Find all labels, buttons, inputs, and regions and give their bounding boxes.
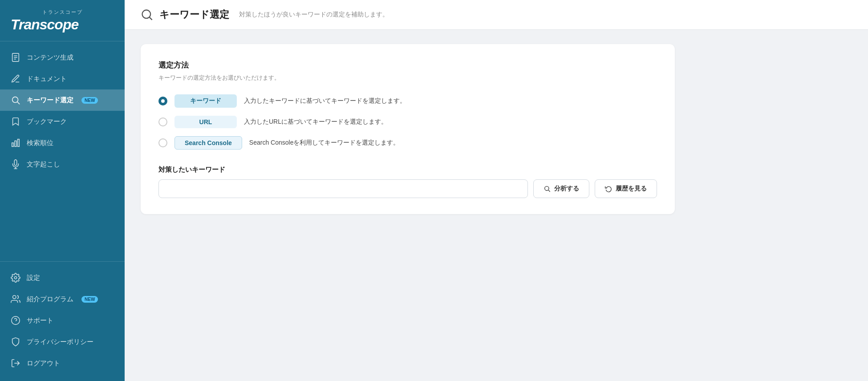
svg-rect-8 <box>18 139 20 147</box>
svg-rect-7 <box>15 141 16 146</box>
svg-point-18 <box>545 186 549 190</box>
main-nav: コンテンツ生成 ドキュメント キーワード選定 NEW ブックマーク <box>0 41 125 261</box>
chart-icon <box>11 138 20 148</box>
sidebar-item-content[interactable]: コンテンツ生成 <box>0 47 125 68</box>
sidebar-item-support[interactable]: サポート <box>0 310 125 331</box>
main-card: 選定方法 キーワードの選定方法をお選びいただけます。 キーワード 入力したキーワ… <box>141 44 675 214</box>
sidebar-item-transcribe[interactable]: 文字起こし <box>0 154 125 175</box>
logo-area: トランスコープ Transcope <box>0 0 125 41</box>
input-label: 対策したいキーワード <box>158 166 657 174</box>
sidebar-item-document[interactable]: ドキュメント <box>0 68 125 89</box>
radio-desc-url: 入力したURLに基づいてキーワードを選定します。 <box>244 118 387 126</box>
section-description: キーワードの選定方法をお選びいただけます。 <box>158 74 657 82</box>
svg-point-4 <box>12 97 18 103</box>
section-title: 選定方法 <box>158 60 657 70</box>
mic-icon <box>11 159 20 169</box>
page-subtitle: 対策したほうが良いキーワードの選定を補助します。 <box>239 11 389 19</box>
svg-line-5 <box>17 102 20 104</box>
sidebar-item-label: キーワード選定 <box>27 96 73 105</box>
sidebar-item-label: 紹介プログラム <box>27 295 73 304</box>
referral-new-badge: NEW <box>81 296 98 303</box>
main-content: キーワード選定 対策したほうが良いキーワードの選定を補助します。 選定方法 キー… <box>125 0 868 381</box>
logout-icon <box>11 358 20 368</box>
svg-line-19 <box>548 190 550 192</box>
radio-tag-keyword: キーワード <box>174 94 237 108</box>
analyze-button[interactable]: 分析する <box>533 179 589 198</box>
sidebar-item-label: ログアウト <box>27 359 60 368</box>
input-row: 分析する 履歴を見る <box>158 179 657 198</box>
radio-circle-url <box>158 118 167 126</box>
radio-option-url[interactable]: URL 入力したURLに基づいてキーワードを選定します。 <box>158 116 657 128</box>
search-circle-icon <box>11 95 20 105</box>
radio-desc-keyword: 入力したキーワードに基づいてキーワードを選定します。 <box>244 97 406 105</box>
svg-point-11 <box>14 276 17 279</box>
radio-tag-console: Search Console <box>174 136 242 150</box>
keyword-input[interactable] <box>158 179 528 198</box>
radio-circle-console <box>158 138 167 147</box>
gear-icon <box>11 273 20 283</box>
sidebar: トランスコープ Transcope コンテンツ生成 ドキュメント キーワード選定… <box>0 0 125 381</box>
sidebar-item-referral[interactable]: 紹介プログラム NEW <box>0 288 125 310</box>
history-button[interactable]: 履歴を見る <box>595 179 657 198</box>
sidebar-item-label: 設定 <box>27 274 40 282</box>
edit-icon <box>11 74 20 84</box>
sidebar-item-label: ドキュメント <box>27 75 67 83</box>
sidebar-item-label: 文字起こし <box>27 160 60 169</box>
radio-option-keyword[interactable]: キーワード 入力したキーワードに基づいてキーワードを選定します。 <box>158 94 657 108</box>
sidebar-item-logout[interactable]: ログアウト <box>0 353 125 374</box>
sidebar-item-ranking[interactable]: 検索順位 <box>0 132 125 154</box>
radio-option-console[interactable]: Search Console Search Consoleを利用してキーワードを… <box>158 136 657 150</box>
svg-point-13 <box>12 316 20 324</box>
radio-desc-console: Search Consoleを利用してキーワードを選定します。 <box>249 139 400 147</box>
bottom-nav: 設定 紹介プログラム NEW サポート プライバシーポリシー <box>0 261 125 381</box>
analyze-button-label: 分析する <box>554 185 579 193</box>
sidebar-item-label: 検索順位 <box>27 139 53 147</box>
document-icon <box>11 53 20 62</box>
radio-tag-url: URL <box>174 116 237 128</box>
sidebar-item-privacy[interactable]: プライバシーポリシー <box>0 331 125 353</box>
help-icon <box>11 316 20 325</box>
bookmark-icon <box>11 117 20 126</box>
svg-point-16 <box>142 10 151 19</box>
people-icon <box>11 294 20 304</box>
page-header: キーワード選定 対策したほうが良いキーワードの選定を補助します。 <box>125 0 868 30</box>
sidebar-item-label: コンテンツ生成 <box>27 53 73 62</box>
svg-point-12 <box>13 296 16 299</box>
sidebar-item-bookmark[interactable]: ブックマーク <box>0 111 125 132</box>
history-icon <box>605 185 612 192</box>
history-button-label: 履歴を見る <box>616 185 647 193</box>
method-radio-group: キーワード 入力したキーワードに基づいてキーワードを選定します。 URL 入力し… <box>158 94 657 150</box>
sidebar-item-settings[interactable]: 設定 <box>0 267 125 288</box>
logo-subtitle: トランスコープ <box>11 9 114 16</box>
sidebar-item-keyword[interactable]: キーワード選定 NEW <box>0 89 125 111</box>
radio-circle-keyword <box>158 97 167 105</box>
sidebar-item-label: ブックマーク <box>27 118 67 126</box>
search-icon <box>544 185 551 192</box>
svg-line-17 <box>150 17 152 20</box>
new-badge: NEW <box>81 97 98 104</box>
page-title: キーワード選定 <box>159 8 229 21</box>
logo-main: Transcope <box>11 16 114 33</box>
svg-rect-6 <box>12 143 14 146</box>
shield-icon <box>11 337 20 347</box>
page-header-icon <box>141 8 153 21</box>
sidebar-item-label: サポート <box>27 316 53 325</box>
sidebar-item-label: プライバシーポリシー <box>27 338 93 346</box>
page-content-area: 選定方法 キーワードの選定方法をお選びいただけます。 キーワード 入力したキーワ… <box>125 30 868 381</box>
